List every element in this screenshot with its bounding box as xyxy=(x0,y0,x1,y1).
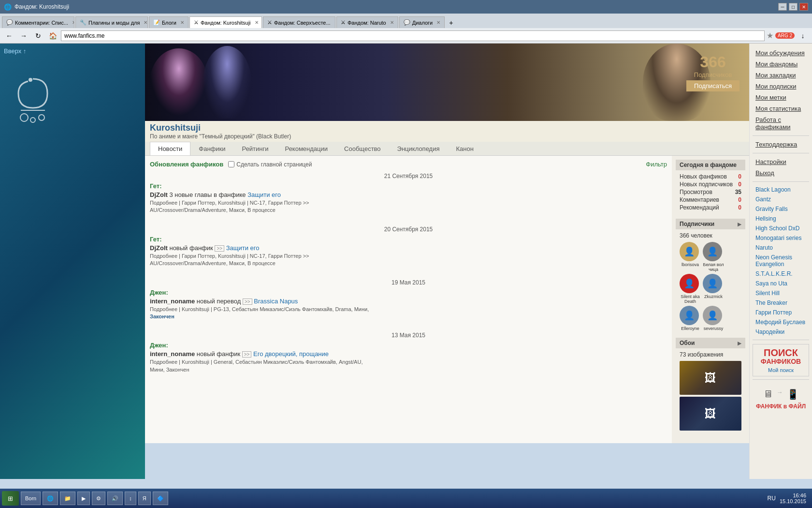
today-recs-value: 0 xyxy=(738,204,741,211)
tray-clock: 16:46 15.10.2015 xyxy=(780,493,806,504)
update-title-link-3[interactable]: Brassica Napus xyxy=(254,298,298,305)
fandom-gravity-falls[interactable]: Gravity Falls xyxy=(753,204,809,214)
filter-button[interactable]: Фильтр xyxy=(646,161,667,168)
fandom-monogatari[interactable]: Monogatari series xyxy=(753,233,809,243)
tab-recommendations[interactable]: Рекомендации xyxy=(277,142,336,155)
tab-close-icon[interactable]: ✕ xyxy=(180,20,184,25)
today-row-recs: Рекомендаций 0 xyxy=(680,204,741,211)
back-to-top-link[interactable]: Вверх ↑ xyxy=(4,47,141,55)
menu-settings[interactable]: Настройки xyxy=(753,156,809,167)
fandom-saya-no-uta[interactable]: Saya no Uta xyxy=(753,279,809,288)
start-button[interactable]: ⊞ xyxy=(2,491,19,506)
menu-support[interactable]: Техподдержка xyxy=(753,139,809,150)
title-bar-left: 🌐 Фандом: Kuroshitsuji xyxy=(4,3,69,11)
tab-close-icon[interactable]: ✕ xyxy=(390,20,394,25)
taskbar-window-media[interactable]: ▶ xyxy=(77,492,90,505)
today-panel-body: Новых фанфиков 0 Новых подписчиков 0 Про… xyxy=(676,170,745,215)
tab-close-icon[interactable]: ✕ xyxy=(334,20,335,25)
home-button[interactable]: 🏠 xyxy=(46,30,59,42)
fandom-the-breaker[interactable]: The Breaker xyxy=(753,298,809,308)
download-button[interactable]: ↓ xyxy=(797,30,809,42)
fandom-hellsing[interactable]: Hellsing xyxy=(753,214,809,224)
taskbar-window-born[interactable]: Born xyxy=(21,492,41,505)
menu-my-stats[interactable]: Моя статистика xyxy=(753,103,809,114)
menu-my-tags[interactable]: Мои метки xyxy=(753,92,809,103)
fandom-gantz[interactable]: Gantz xyxy=(753,194,809,204)
tab-close-icon[interactable]: ✕ xyxy=(72,20,74,25)
avatar-img-2: 👤 xyxy=(703,242,722,261)
wallpaper-thumb-1[interactable]: 🖼 xyxy=(680,361,741,395)
tab-comments[interactable]: 💬 Комментарии: Спис... ✕ xyxy=(2,16,74,28)
tab-supernatural[interactable]: ⚔ Фандом: Сверхъесте... ✕ xyxy=(263,16,335,28)
tab-plugins[interactable]: 🔧 Плагины и моды для ✕ xyxy=(75,16,148,28)
tab-close-icon[interactable]: ✕ xyxy=(144,20,147,25)
fandom-naruto[interactable]: Naruto xyxy=(753,243,809,253)
tab-naruto[interactable]: ⚔ Фандом: Naruto ✕ xyxy=(336,16,398,28)
back-button[interactable]: ← xyxy=(3,30,15,42)
menu-fanfic-work[interactable]: Работа с фанфиками xyxy=(753,114,809,133)
taskbar-window-sound[interactable]: 🔊 xyxy=(107,492,123,505)
close-button[interactable]: ✕ xyxy=(799,3,808,11)
taskbar-window-folder[interactable]: 📁 xyxy=(60,492,75,505)
subscribe-button[interactable]: Подписаться xyxy=(686,80,740,91)
refresh-button[interactable]: ↻ xyxy=(32,30,44,42)
minimize-button[interactable]: ─ xyxy=(778,3,787,11)
menu-my-fandoms[interactable]: Мои фандомы xyxy=(753,59,809,70)
tab-news[interactable]: Новости xyxy=(150,142,190,155)
avatar-name-4: Zkuzmick xyxy=(703,294,724,299)
taskbar-window-chrome[interactable]: ⚙ xyxy=(92,492,105,505)
user-menu-section: Мои обсуждения Мои фандомы Мои закладки … xyxy=(753,47,809,133)
fandom-high-school-dxd[interactable]: High School DxD xyxy=(753,224,809,233)
tab-canon[interactable]: Канон xyxy=(448,142,482,155)
wallpapers-panel-title: Обои xyxy=(680,340,695,346)
tab-fanfics[interactable]: Фанфики xyxy=(190,142,233,155)
fandom-silent-hill[interactable]: Silent Hill xyxy=(753,288,809,298)
bookmark-icon[interactable]: ★ xyxy=(767,31,773,40)
update-title-link-2[interactable]: Защити его xyxy=(226,244,260,252)
my-search-link[interactable]: Мой поиск xyxy=(756,367,806,373)
menu-my-bookmarks[interactable]: Мои закладки xyxy=(753,70,809,81)
taskbar-window-ie[interactable]: 🌐 xyxy=(43,492,58,505)
wallpaper-thumb-2[interactable]: 🖼 xyxy=(680,397,741,431)
menu-my-discussions[interactable]: Мои обсуждения xyxy=(753,47,809,59)
tab-label: Диалоги xyxy=(412,20,433,26)
tab-blogs[interactable]: 📝 Блоги ✕ xyxy=(149,16,188,28)
fandom-neon-genesis[interactable]: Neon Genesis Evangelion xyxy=(753,253,809,269)
address-bar[interactable] xyxy=(61,30,765,41)
new-tab-button[interactable]: + xyxy=(446,17,456,28)
fandom-black-lagoon[interactable]: Black Lagoon xyxy=(753,185,809,194)
avatar-name-2: Белая волчица xyxy=(703,262,724,272)
update-title-line-3: intern_noname новый перевод >> Brassica … xyxy=(150,298,667,305)
fandom-charodeyki[interactable]: Чародейки xyxy=(753,327,809,337)
forward-button[interactable]: → xyxy=(17,30,30,42)
menu-logout[interactable]: Выход xyxy=(753,167,809,179)
tab-encyclopedia[interactable]: Энциклопедия xyxy=(389,142,448,155)
site-logo-decoration xyxy=(4,69,141,129)
taskbar-window-torrent[interactable]: ↕ xyxy=(125,492,136,505)
tab-kuroshitsuji[interactable]: ⚔ Фандом: Kuroshitsuji ✕ xyxy=(189,16,262,28)
tab-ratings[interactable]: Рейтинги xyxy=(234,142,277,155)
fandom-harry-potter[interactable]: Гарри Поттер xyxy=(753,308,809,317)
make-main-checkbox-label[interactable]: Сделать главной страницей xyxy=(228,161,312,168)
tab-close-icon[interactable]: ✕ xyxy=(255,20,259,25)
subscriber-box: 366 Подписчиков Подписаться xyxy=(686,53,740,91)
make-main-checkbox[interactable] xyxy=(228,161,234,167)
fandom-stalker[interactable]: S.T.A.L.K.E.R. xyxy=(753,269,809,279)
taskbar-window-app[interactable]: 🔷 xyxy=(153,492,168,505)
update-title-line-4: intern_noname новый фанфик >> Его дворец… xyxy=(150,350,667,358)
update-title-link[interactable]: Защити его xyxy=(247,191,281,198)
today-comments-value: 0 xyxy=(738,196,741,203)
tray-date-display: 15.10.2015 xyxy=(780,498,806,504)
menu-my-subscriptions[interactable]: Мои подписки xyxy=(753,81,809,92)
maximize-button[interactable]: □ xyxy=(789,3,798,11)
search-subtitle-fanfics: ФАНФИКОВ xyxy=(756,358,806,365)
tab-label: Фандом: Сверхъесте... xyxy=(274,20,331,26)
update-title-link-4[interactable]: Его дворецкий, прощание xyxy=(253,350,329,358)
tab-dialogs[interactable]: 💬 Диалоги ✕ xyxy=(399,16,445,28)
taskbar-window-yandex[interactable]: Я xyxy=(138,492,151,505)
tab-community[interactable]: Сообщество xyxy=(336,142,389,155)
tab-close-icon[interactable]: ✕ xyxy=(436,20,440,25)
tab-label: Плагины и моды для xyxy=(88,20,140,26)
fandom-mefodiy-buslaev[interactable]: Мефодий Буслаев xyxy=(753,317,809,327)
wallpaper-preview-icon-2: 🖼 xyxy=(705,407,716,420)
